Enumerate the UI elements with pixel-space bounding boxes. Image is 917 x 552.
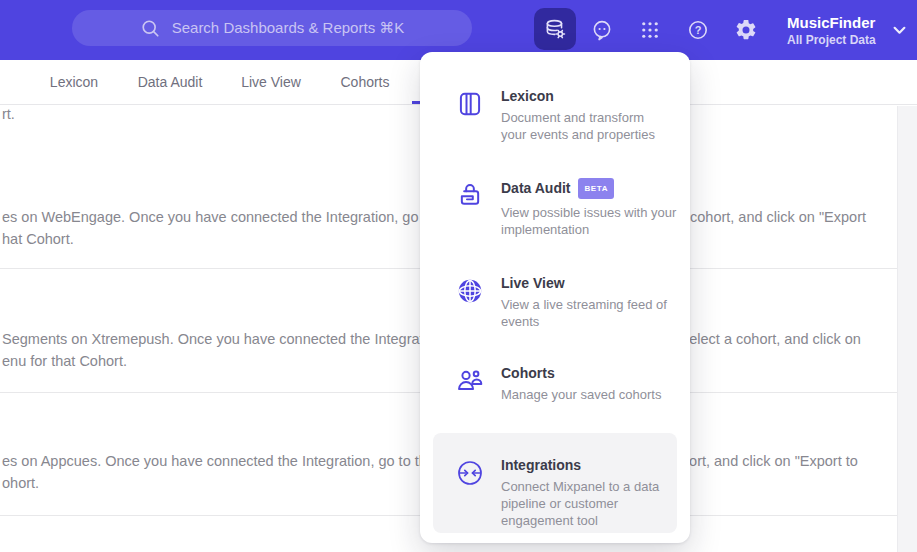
menu-item-description: View possible issues with your implement…	[501, 204, 691, 238]
menu-item-description: View a live streaming feed of events	[501, 296, 691, 330]
menu-item-description: Connect Mixpanel to a data pipeline or c…	[501, 478, 691, 529]
table-row-text: select a cohort, and click on	[682, 329, 861, 349]
svg-text:?: ?	[695, 24, 702, 36]
table-row-text: enu for that Cohort.	[2, 351, 127, 371]
live-view-globe-icon	[456, 277, 484, 305]
mixpanel-app-window: rt. es on WebEngage. Once you have conne…	[0, 0, 917, 552]
feedback-button[interactable]	[582, 10, 622, 50]
tab-cohorts[interactable]: Cohorts	[340, 60, 389, 104]
settings-button[interactable]	[726, 10, 766, 50]
menu-item-title: Integrations	[501, 457, 691, 473]
table-row-text: hat Cohort.	[2, 229, 74, 249]
scroll-gutter	[897, 106, 917, 552]
table-row-text: es on WebEngage. Once you have connected…	[2, 207, 459, 227]
integrations-sync-icon	[456, 459, 484, 487]
menu-item-cohorts[interactable]: Cohorts Manage your saved cohorts	[456, 365, 691, 403]
project-subtitle: All Project Data	[787, 33, 876, 47]
table-row-text: Segments on Xtremepush. Once you have co…	[2, 329, 447, 349]
tab-live-view[interactable]: Live View	[241, 60, 301, 104]
data-management-button[interactable]	[534, 8, 576, 50]
menu-item-lexicon[interactable]: Lexicon Document and transform your even…	[456, 88, 691, 143]
top-header: Search Dashboards & Reports ⌘K	[0, 0, 917, 60]
feedback-icon	[590, 18, 614, 42]
search-placeholder: Search Dashboards & Reports ⌘K	[172, 19, 405, 37]
data-management-icon	[543, 17, 568, 42]
table-row-text: cohort, and click on "Export	[690, 207, 866, 227]
cohorts-people-icon	[456, 367, 484, 395]
menu-item-title: Cohorts	[501, 365, 691, 381]
table-row-text: rt.	[2, 104, 15, 124]
menu-item-title: Data AuditBETA	[501, 178, 691, 199]
menu-item-integrations[interactable]: Integrations Connect Mixpanel to a data …	[433, 433, 677, 533]
nav-dropdown: Lexicon Document and transform your even…	[420, 52, 690, 543]
settings-icon	[734, 18, 758, 42]
tab-lexicon[interactable]: Lexicon	[50, 60, 98, 104]
search-icon	[140, 18, 161, 39]
menu-item-data-audit[interactable]: Data AuditBETA View possible issues with…	[456, 178, 691, 238]
apps-grid-icon	[639, 19, 661, 41]
table-row-text: es on Appcues. Once you have connected t…	[2, 451, 451, 471]
lexicon-book-icon	[456, 90, 484, 118]
beta-badge: BETA	[578, 178, 614, 199]
menu-item-title: Lexicon	[501, 88, 691, 104]
table-row-text: ohort.	[2, 473, 39, 493]
menu-item-description: Manage your saved cohorts	[501, 386, 691, 403]
search-input[interactable]: Search Dashboards & Reports ⌘K	[72, 10, 472, 46]
menu-item-live-view[interactable]: Live View View a live streaming feed of …	[456, 275, 691, 330]
project-switcher[interactable]: MusicFinder All Project Data	[787, 0, 906, 60]
menu-item-description: Document and transform your events and p…	[501, 109, 691, 143]
chevron-down-icon	[893, 26, 906, 35]
project-name: MusicFinder	[787, 14, 876, 31]
apps-grid-button[interactable]	[630, 10, 670, 50]
help-button[interactable]: ?	[678, 10, 718, 50]
data-audit-lock-icon	[456, 180, 484, 208]
help-icon: ?	[686, 18, 710, 42]
menu-item-title: Live View	[501, 275, 691, 291]
table-row-text: hort, and click on "Export to	[681, 451, 858, 471]
tab-data-audit[interactable]: Data Audit	[138, 60, 203, 104]
